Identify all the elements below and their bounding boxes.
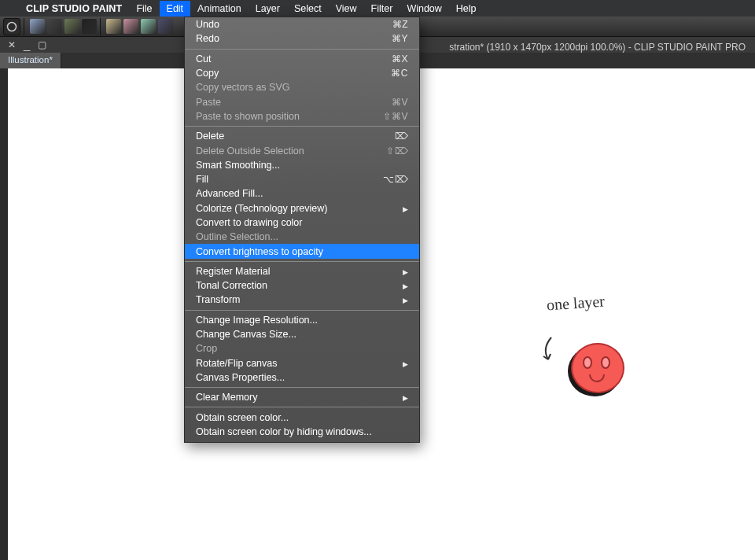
submenu-arrow-icon [403,266,408,277]
menu-item-label: Delete Outside Selection [196,146,386,157]
menu-item-tonal-correction[interactable]: Tonal Correction [185,278,419,293]
toolbar-avatar[interactable] [123,19,138,34]
menu-separator [185,261,419,262]
minimize-icon[interactable]: _ [24,42,30,47]
toolbar-avatar[interactable] [82,19,97,34]
toolbar-avatar[interactable] [106,19,121,34]
menu-item-redo[interactable]: Redo⌘Y [185,31,419,46]
menubar: CLIP STUDIO PAINT FileEditAnimationLayer… [0,0,755,17]
toolbar-avatar[interactable] [64,19,79,34]
submenu-arrow-icon [403,294,408,305]
menu-item-convert-brightness-to-opacity[interactable]: Convert brightness to opacity [185,244,419,258]
canvas-drawing-face [568,343,624,396]
menu-item-label: Transform [196,294,403,305]
document-tab[interactable]: Illustration* [0,53,61,68]
menu-item-paste-to-shown-position: Paste to shown position⇧⌘V [185,109,419,123]
menu-shortcut: ⌘V [392,97,408,108]
menu-item-clear-memory[interactable]: Clear Memory [185,390,419,404]
menu-item-transform[interactable]: Transform [185,293,419,307]
close-icon[interactable]: ✕ [8,39,16,50]
toolbar-avatar[interactable] [141,19,156,34]
menu-item-crop: Crop [185,341,419,356]
menu-item-label: Register Material [196,266,403,277]
arrow-icon [537,334,561,366]
menu-shortcut: ⌘X [392,53,408,64]
menu-shortcut: ⌥⌦ [383,174,408,185]
menu-separator [185,407,419,407]
menu-item-delete[interactable]: Delete⌦ [185,129,419,143]
toolbar-separator [100,18,101,35]
menu-item-label: Copy vectors as SVG [196,82,408,93]
edit-menu-dropdown: Undo⌘ZRedo⌘YCut⌘XCopy⌘CCopy vectors as S… [184,17,420,443]
menu-shortcut: ⌘Y [392,33,408,44]
menu-item-label: Undo [196,19,392,30]
menu-window[interactable]: Window [400,1,448,17]
menu-layer[interactable]: Layer [249,1,287,17]
svg-point-0 [8,22,17,31]
menu-item-label: Colorize (Technology preview) [196,203,403,214]
menu-select[interactable]: Select [287,1,329,17]
home-icon[interactable] [3,18,20,35]
menu-view[interactable]: View [329,1,364,17]
menu-item-obtain-screen-color-by-hiding-windows[interactable]: Obtain screen color by hiding windows... [185,425,419,439]
menu-item-label: Clear Memory [196,392,403,403]
menu-item-label: Tonal Correction [196,280,403,291]
menu-item-cut[interactable]: Cut⌘X [185,52,419,66]
menu-separator [185,49,419,50]
menu-item-label: Fill [196,174,383,185]
canvas-annotation-text: one layer [546,292,605,314]
submenu-arrow-icon [403,392,408,403]
menu-item-smart-smoothing[interactable]: Smart Smoothing... [185,158,419,172]
menu-item-paste: Paste⌘V [185,94,419,109]
window-title: stration* (1910 x 1470px 1200dpi 100.0%)… [449,42,746,53]
menu-item-label: Redo [196,33,392,44]
menu-shortcut: ⇧⌦ [386,146,408,157]
menu-item-delete-outside-selection: Delete Outside Selection⇧⌦ [185,143,419,157]
menu-item-convert-to-drawing-color[interactable]: Convert to drawing color [185,216,419,230]
menu-item-fill[interactable]: Fill⌥⌦ [185,172,419,186]
toolbar-avatar[interactable] [158,19,173,34]
menu-item-label: Advanced Fill... [196,188,408,199]
menu-item-change-canvas-size[interactable]: Change Canvas Size... [185,327,419,341]
menu-item-label: Crop [196,343,408,354]
menu-item-label: Convert to drawing color [196,217,408,228]
left-panel [0,68,8,560]
menu-item-label: Change Canvas Size... [196,329,408,340]
menu-animation[interactable]: Animation [190,1,249,17]
menu-item-label: Outline Selection... [196,231,408,242]
toolbar-avatar[interactable] [30,19,45,34]
menu-shortcut: ⌦ [395,131,409,142]
menu-item-advanced-fill[interactable]: Advanced Fill... [185,186,419,201]
menu-separator [185,126,419,127]
menu-item-obtain-screen-color[interactable]: Obtain screen color... [185,410,419,424]
menu-shortcut: ⇧⌘V [383,111,408,122]
menu-filter[interactable]: Filter [364,1,400,17]
maximize-icon[interactable]: ▢ [38,39,46,50]
menu-item-label: Paste to shown position [196,111,383,122]
menu-item-label: Change Image Resolution... [196,315,408,326]
menu-shortcut: ⌘Z [392,19,408,30]
submenu-arrow-icon [403,280,408,291]
menu-item-rotate-flip-canvas[interactable]: Rotate/Flip canvas [185,356,419,370]
menu-item-label: Cut [196,53,392,64]
menu-item-label: Smart Smoothing... [196,160,408,171]
menu-item-register-material[interactable]: Register Material [185,264,419,278]
menu-help[interactable]: Help [449,1,484,17]
menu-item-label: Copy [196,68,391,79]
menu-file[interactable]: File [129,1,159,17]
menu-item-change-image-resolution[interactable]: Change Image Resolution... [185,313,419,327]
menu-item-label: Obtain screen color... [196,412,408,423]
menu-edit[interactable]: Edit [160,1,191,17]
menu-item-canvas-properties[interactable]: Canvas Properties... [185,370,419,385]
menu-item-undo[interactable]: Undo⌘Z [185,17,419,31]
menu-item-label: Canvas Properties... [196,372,408,383]
menu-item-outline-selection: Outline Selection... [185,230,419,244]
toolbar-avatar[interactable] [47,19,62,34]
menu-item-copy-vectors-as-svg: Copy vectors as SVG [185,80,419,94]
menu-item-label: Delete [196,131,395,142]
menu-item-colorize-technology-preview[interactable]: Colorize (Technology preview) [185,201,419,216]
toolbar-separator [24,18,24,35]
menu-item-label: Obtain screen color by hiding windows... [196,426,408,437]
menu-item-copy[interactable]: Copy⌘C [185,66,419,80]
submenu-arrow-icon [403,203,408,214]
